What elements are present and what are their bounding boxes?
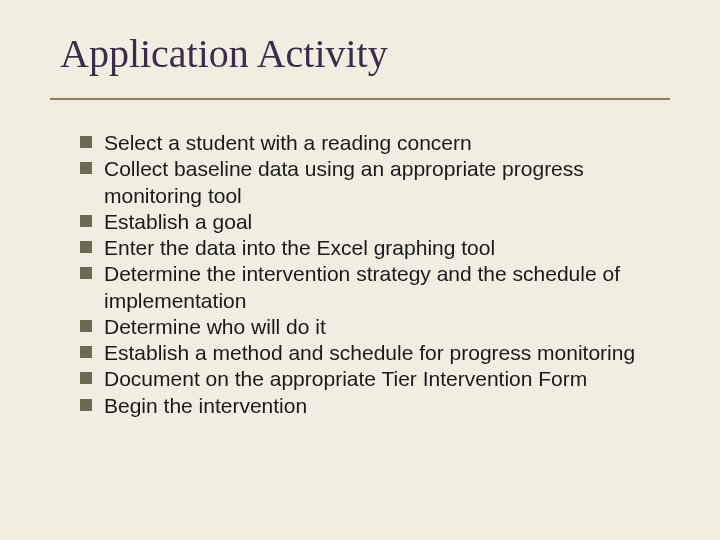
square-bullet-icon: [80, 267, 92, 279]
list-item-text: Collect baseline data using an appropria…: [104, 156, 660, 209]
list-item-text: Begin the intervention: [104, 393, 660, 419]
square-bullet-icon: [80, 215, 92, 227]
square-bullet-icon: [80, 241, 92, 253]
list-item-text: Determine who will do it: [104, 314, 660, 340]
list-item-text: Select a student with a reading concern: [104, 130, 660, 156]
list-item-text: Establish a method and schedule for prog…: [104, 340, 660, 366]
list-item: Establish a goal: [80, 209, 660, 235]
list-item: Enter the data into the Excel graphing t…: [80, 235, 660, 261]
slide-title: Application Activity: [60, 30, 388, 77]
list-item: Select a student with a reading concern: [80, 130, 660, 156]
square-bullet-icon: [80, 399, 92, 411]
list-item: Begin the intervention: [80, 393, 660, 419]
list-item-text: Document on the appropriate Tier Interve…: [104, 366, 660, 392]
list-item-text: Establish a goal: [104, 209, 660, 235]
list-item: Collect baseline data using an appropria…: [80, 156, 660, 209]
square-bullet-icon: [80, 320, 92, 332]
list-item-text: Determine the intervention strategy and …: [104, 261, 660, 314]
list-item: Document on the appropriate Tier Interve…: [80, 366, 660, 392]
list-item-text: Enter the data into the Excel graphing t…: [104, 235, 660, 261]
list-item: Determine the intervention strategy and …: [80, 261, 660, 314]
slide: Application Activity Select a student wi…: [0, 0, 720, 540]
list-item: Establish a method and schedule for prog…: [80, 340, 660, 366]
bullet-list: Select a student with a reading concern …: [80, 130, 660, 419]
title-underline: [50, 98, 670, 100]
square-bullet-icon: [80, 372, 92, 384]
square-bullet-icon: [80, 162, 92, 174]
square-bullet-icon: [80, 346, 92, 358]
list-item: Determine who will do it: [80, 314, 660, 340]
square-bullet-icon: [80, 136, 92, 148]
